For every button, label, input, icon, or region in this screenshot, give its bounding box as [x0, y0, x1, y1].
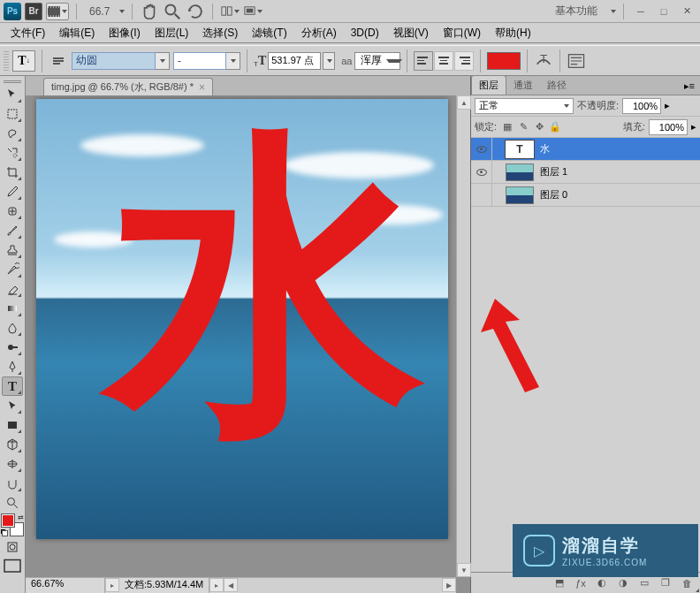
layer-name[interactable]: 水: [536, 142, 550, 156]
blend-mode-select[interactable]: 正常: [475, 98, 574, 114]
3d-tool[interactable]: [2, 435, 23, 454]
minimize-button[interactable]: ─: [633, 5, 649, 18]
fill-input[interactable]: [649, 119, 688, 135]
layer-row[interactable]: T 水: [471, 138, 700, 161]
arrange-docs-button[interactable]: [220, 3, 240, 20]
hscroll-right[interactable]: ▶: [442, 578, 456, 592]
shape-tool[interactable]: [2, 415, 23, 435]
layer-name[interactable]: 图层 1: [536, 165, 567, 179]
workspace-switcher[interactable]: 基本功能: [546, 2, 606, 20]
panel-menu-button[interactable]: ▸≡: [679, 78, 700, 95]
minibridge-icon[interactable]: [46, 3, 69, 20]
layer-thumbnail[interactable]: [506, 163, 534, 181]
menu-help[interactable]: 帮助(H): [488, 23, 538, 43]
eraser-tool[interactable]: [2, 279, 23, 299]
layer-thumbnail[interactable]: T: [506, 141, 534, 158]
lock-position-icon[interactable]: ✥: [532, 120, 546, 134]
link-layers-button[interactable]: ⬒: [550, 575, 569, 591]
path-select-tool[interactable]: [2, 396, 23, 415]
character-panel-button[interactable]: [567, 51, 586, 71]
dodge-tool[interactable]: [2, 338, 23, 357]
layer-thumbnail[interactable]: [506, 186, 534, 204]
brush-tool[interactable]: [2, 221, 23, 240]
lock-pixels-icon[interactable]: ✎: [516, 120, 530, 134]
warp-text-button[interactable]: T: [534, 51, 553, 71]
layer-row[interactable]: 图层 1: [471, 161, 700, 184]
lock-all-icon[interactable]: 🔒: [548, 120, 562, 134]
zoom-level[interactable]: 66.7: [89, 5, 110, 18]
layer-visibility-toggle[interactable]: [471, 184, 492, 207]
quick-mask-toggle[interactable]: [2, 537, 23, 557]
text-orientation-button[interactable]: [49, 51, 68, 71]
stamp-tool[interactable]: [2, 240, 23, 260]
history-brush-tool[interactable]: [2, 260, 23, 279]
menu-layer[interactable]: 图层(L): [148, 23, 196, 43]
text-color-swatch[interactable]: [487, 52, 521, 70]
heal-tool[interactable]: [2, 201, 23, 221]
tools-grip[interactable]: [0, 78, 25, 85]
status-zoom[interactable]: 66.67%: [26, 578, 105, 593]
layers-tab[interactable]: 图层: [471, 76, 506, 95]
marquee-tool[interactable]: [2, 104, 23, 124]
rotate-view-button[interactable]: [186, 3, 205, 20]
move-tool[interactable]: [2, 85, 23, 104]
align-right-button[interactable]: [454, 51, 474, 71]
paths-tab[interactable]: 路径: [540, 76, 574, 95]
vertical-scrollbar[interactable]: ▲▼: [456, 95, 470, 577]
maximize-button[interactable]: □: [656, 5, 672, 18]
menu-view[interactable]: 视图(V): [386, 23, 436, 43]
menu-analysis[interactable]: 分析(A): [294, 23, 344, 43]
close-tab-icon[interactable]: ×: [199, 81, 205, 94]
screen-mode-tool[interactable]: [2, 559, 23, 574]
opacity-input[interactable]: [622, 98, 661, 114]
font-style-input[interactable]: [173, 52, 226, 70]
photoshop-icon[interactable]: Ps: [4, 3, 21, 20]
layer-group-button[interactable]: ▭: [635, 575, 654, 591]
default-colors-icon[interactable]: [1, 529, 8, 536]
menu-select[interactable]: 选择(S): [195, 23, 245, 43]
status-play[interactable]: ▸: [209, 578, 224, 592]
font-family-input[interactable]: [72, 52, 156, 70]
adjustment-layer-button[interactable]: ◑: [613, 575, 633, 591]
tool-preset-picker[interactable]: T↓: [12, 50, 35, 72]
layer-visibility-toggle[interactable]: [471, 138, 492, 161]
zoom-tool-button[interactable]: [163, 3, 182, 20]
3d-camera-tool[interactable]: [2, 454, 23, 474]
menu-filter[interactable]: 滤镜(T): [245, 23, 293, 43]
menu-3d[interactable]: 3D(D): [344, 24, 386, 42]
zoom-tool[interactable]: [2, 493, 23, 513]
status-docinfo[interactable]: 文档:5.93M/14.4M: [119, 578, 209, 593]
layer-row[interactable]: 图层 0: [471, 184, 700, 207]
font-style-combo[interactable]: [173, 52, 240, 70]
opacity-flyout[interactable]: ▸: [665, 100, 670, 111]
gradient-tool[interactable]: [2, 299, 23, 318]
document-tab[interactable]: timg.jpg @ 66.7% (水, RGB/8#) * ×: [43, 78, 213, 95]
status-menu[interactable]: ▸: [105, 578, 119, 592]
menu-file[interactable]: 文件(F): [4, 23, 52, 43]
menu-image[interactable]: 图像(I): [102, 23, 147, 43]
blur-tool[interactable]: [2, 318, 23, 338]
foreground-color[interactable]: [2, 514, 14, 527]
pen-tool[interactable]: [2, 357, 23, 376]
layer-fx-button[interactable]: ƒx: [571, 575, 590, 591]
crop-tool[interactable]: [2, 163, 23, 182]
eyedropper-tool[interactable]: [2, 182, 23, 201]
screen-mode-button[interactable]: [243, 3, 262, 20]
swap-colors-icon[interactable]: ⇄: [18, 513, 24, 521]
font-family-combo[interactable]: [72, 52, 170, 70]
bridge-icon[interactable]: Br: [25, 3, 42, 20]
channels-tab[interactable]: 通道: [506, 76, 540, 95]
lasso-tool[interactable]: [2, 124, 23, 143]
hscroll-left[interactable]: ◀: [224, 578, 238, 592]
lock-transparency-icon[interactable]: ▦: [500, 120, 514, 134]
font-size-input[interactable]: [268, 52, 321, 70]
color-swatches[interactable]: ⇄: [2, 514, 23, 536]
new-layer-button[interactable]: ❐: [656, 575, 675, 591]
align-center-button[interactable]: [434, 51, 453, 71]
align-left-button[interactable]: [414, 51, 433, 71]
type-tool[interactable]: T: [2, 376, 23, 396]
close-button[interactable]: ✕: [679, 5, 695, 18]
canvas[interactable]: 水: [36, 99, 448, 539]
horizontal-scrollbar[interactable]: [238, 578, 442, 593]
quick-select-tool[interactable]: [2, 143, 23, 163]
